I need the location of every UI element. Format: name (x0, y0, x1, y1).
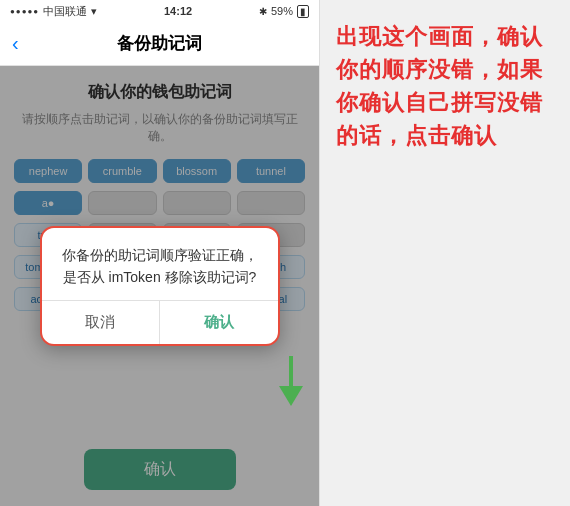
annotation-panel: 出现这个画面，确认你的顺序没错，如果你确认自己拼写没错的话，点击确认 (320, 0, 570, 506)
wifi-icon: ▾ (91, 5, 97, 18)
nav-title: 备份助记词 (117, 32, 202, 55)
confirmation-dialog: 你备份的助记词顺序验证正确，是否从 imToken 移除该助记词? 取消 确认 (40, 226, 280, 347)
annotation-text: 出现这个画面，确认你的顺序没错，如果你确认自己拼写没错的话，点击确认 (336, 20, 554, 152)
time-display: 14:12 (164, 5, 192, 17)
status-left: ●●●●● 中国联通 ▾ (10, 4, 97, 19)
nav-bar: ‹ 备份助记词 (0, 22, 319, 66)
phone-frame: ●●●●● 中国联通 ▾ 14:12 ✱ 59% ▮ ‹ 备份助记词 确认你的钱… (0, 0, 320, 506)
dialog-body: 你备份的助记词顺序验证正确，是否从 imToken 移除该助记词? (42, 228, 278, 301)
back-button[interactable]: ‹ (12, 32, 19, 55)
carrier-label: 中国联通 (43, 4, 87, 19)
dialog-confirm-button[interactable]: 确认 (160, 301, 278, 344)
status-right: ✱ 59% ▮ (259, 5, 309, 18)
status-bar: ●●●●● 中国联通 ▾ 14:12 ✱ 59% ▮ (0, 0, 319, 22)
battery-percent: 59% (271, 5, 293, 17)
bluetooth-icon: ✱ (259, 6, 267, 17)
arrow-icon (275, 356, 307, 406)
signal-dots: ●●●●● (10, 7, 39, 16)
dialog-cancel-button[interactable]: 取消 (42, 301, 161, 344)
battery-icon: ▮ (297, 5, 309, 18)
dialog-overlay: 你备份的助记词顺序验证正确，是否从 imToken 移除该助记词? 取消 确认 (0, 66, 319, 506)
svg-marker-1 (279, 386, 303, 406)
dialog-message: 你备份的助记词顺序验证正确，是否从 imToken 移除该助记词? (60, 244, 260, 289)
dialog-actions: 取消 确认 (42, 300, 278, 344)
main-content: 确认你的钱包助记词 请按顺序点击助记词，以确认你的备份助记词填写正确。 neph… (0, 66, 319, 506)
